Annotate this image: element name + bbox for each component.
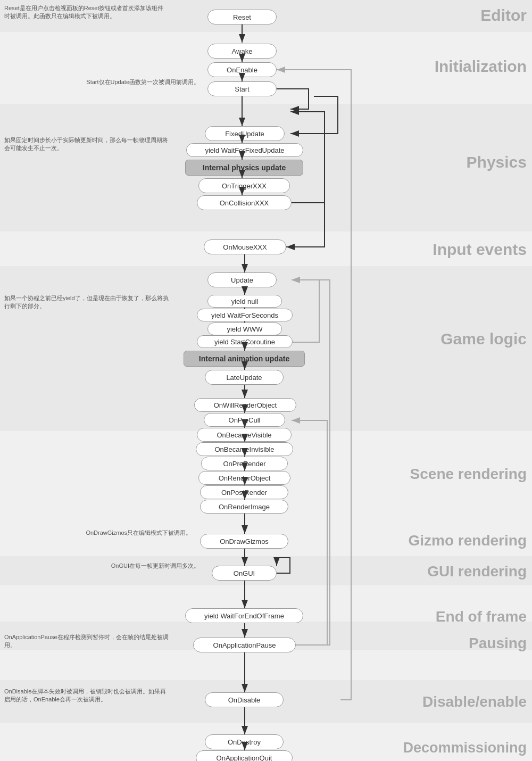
node-onwillrender: OnWillRenderObject [194, 398, 296, 412]
node-onprecull: OnPreCull [204, 413, 285, 427]
node-onrenderimage: OnRenderImage [200, 500, 288, 514]
annotation-coroutines: 如果一个协程之前已经yield了，但是现在由于恢复了，那么将执行剩下的部分。 [4, 294, 169, 311]
node-lateupdate: LateUpdate [205, 370, 284, 385]
section-label-gamelogic: Game logic [440, 330, 527, 348]
node-onpostrender: OnPostRender [200, 485, 288, 499]
node-ontrigger: OnTriggerXXX [198, 178, 290, 193]
node-internalanimation: Internal animation update [184, 351, 305, 367]
node-onapplicationpause: OnApplicationPause [193, 638, 296, 652]
section-label-decommissioning: Decommissioning [403, 740, 527, 756]
node-awake: Awake [207, 44, 277, 59]
node-yieldnull: yield null [207, 295, 282, 308]
node-yieldwaitforseconds: yield WaitForSeconds [197, 309, 293, 321]
node-onapplicationquit: OnApplicationQuit [196, 750, 293, 761]
section-label-endofframe: End of frame [436, 608, 527, 625]
section-label-initialization: Initialization [435, 57, 527, 76]
section-label-scenerendering: Scene rendering [410, 466, 527, 483]
node-onenable: OnEnable [207, 62, 277, 77]
section-label-inputevents: Input events [433, 241, 527, 259]
node-internalphysics: Internal physics update [185, 160, 303, 176]
node-start: Start [207, 81, 277, 96]
annotation-fixedupdate: 如果固定时间步长小于实际帧更新时间，那么每一帧物理周期将会可能发生不止一次。 [4, 136, 169, 153]
node-onbecamevisible: OnBecameVisible [197, 428, 292, 442]
node-yieldstartcoroutine: yield StartCoroutine [197, 335, 293, 348]
node-ondisable: OnDisable [205, 692, 284, 707]
node-reset: Reset [207, 10, 277, 24]
node-fixedupdate: FixedUpdate [205, 126, 285, 141]
section-label-disableenable: Disable/enable [422, 693, 527, 710]
annotation-onapplicationpause: OnApplicationPause在程序检测到暂停时，会在帧的结尾处被调用。 [4, 633, 169, 650]
section-label-guirendering: GUI rendering [427, 563, 527, 580]
section-label-gizmorendering: Gizmo rendering [409, 532, 527, 549]
annotation-ongui: OnGUI在每一帧更新时调用多次。 [59, 562, 200, 570]
section-label-physics: Physics [467, 153, 527, 171]
annotation-reset: Reset是在用户点击检视面板的Reset按钮或者首次添加该组件时被调用。此函数… [4, 4, 169, 21]
section-label-pausing: Pausing [469, 635, 527, 652]
node-oncollision: OnCollisionXXX [197, 195, 292, 210]
node-onbecameinvisible: OnBecameInvisible [196, 442, 293, 456]
node-ondestroy: OnDestroy [205, 734, 284, 749]
node-onrenderobject: OnRenderObject [198, 471, 290, 485]
node-yieldfixed: yield WaitForFixedUpdate [186, 143, 303, 157]
node-update: Update [207, 272, 277, 287]
node-ondrawgizmos: OnDrawGizmos [200, 534, 288, 549]
band-pausing [0, 650, 532, 680]
annotation-start: Start仅在Update函数第一次被调用前调用。 [51, 78, 200, 86]
annotation-ondrawgizmos: OnDrawGizmos只在编辑模式下被调用。 [43, 529, 192, 537]
section-label-editor: Editor [480, 6, 527, 24]
annotation-ondisable: OnDisable在脚本失效时被调用，被销毁时也会被调用。如果再启用的话，OnE… [4, 688, 169, 704]
node-ongui: OnGUI [212, 566, 277, 581]
node-yieldwww: yield WWW [207, 322, 282, 335]
node-onprerender: OnPreRender [201, 457, 288, 470]
node-onmouse: OnMouseXXX [204, 239, 286, 254]
node-yieldwaitforendofframe: yield WaitForEndOfFrame [185, 608, 303, 623]
